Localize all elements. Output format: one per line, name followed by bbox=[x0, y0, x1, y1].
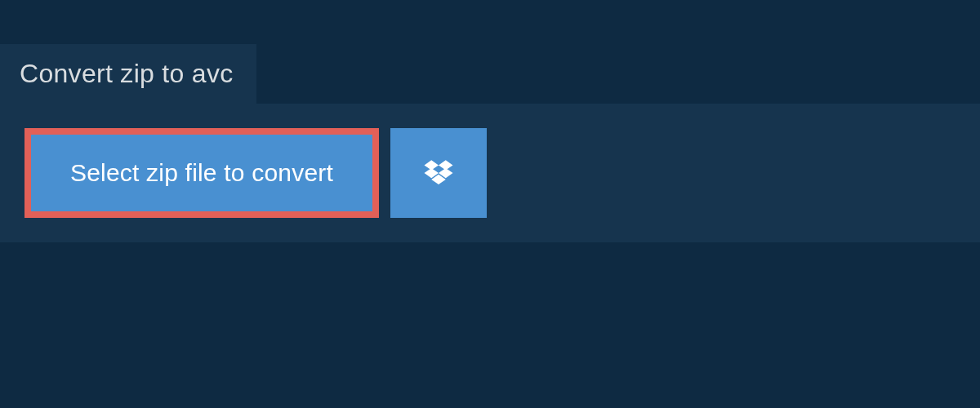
dropbox-button[interactable] bbox=[390, 128, 487, 218]
button-row: Select zip file to convert bbox=[24, 128, 956, 218]
select-file-label: Select zip file to convert bbox=[70, 159, 333, 186]
dropbox-icon bbox=[421, 156, 456, 190]
page-title: Convert zip to avc bbox=[20, 59, 234, 88]
tab-header: Convert zip to avc bbox=[0, 44, 256, 104]
select-file-button[interactable]: Select zip file to convert bbox=[31, 135, 372, 211]
select-file-highlight: Select zip file to convert bbox=[24, 128, 379, 218]
upload-panel: Select zip file to convert bbox=[0, 104, 980, 242]
